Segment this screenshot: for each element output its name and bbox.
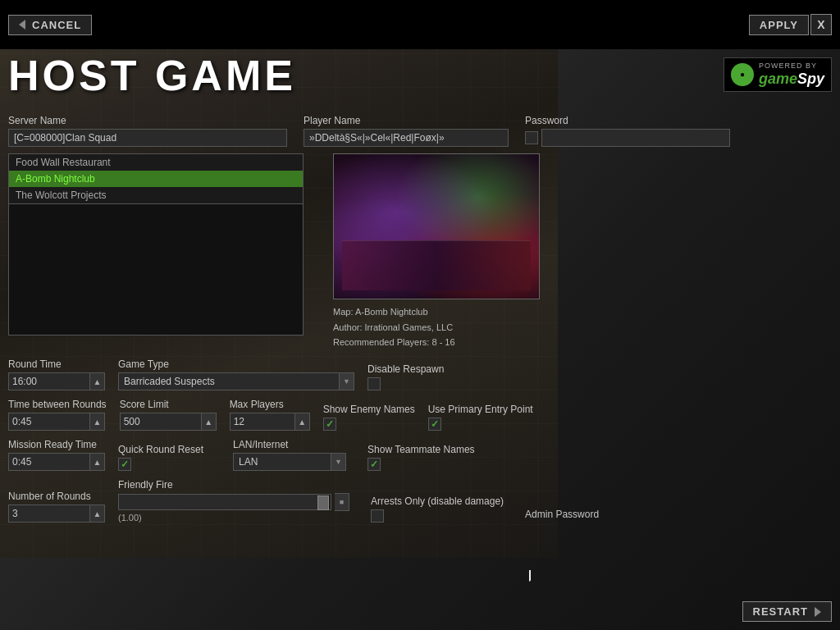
game-text: game xyxy=(759,71,797,87)
list-item[interactable]: Food Wall Restaurant xyxy=(9,154,303,171)
disable-respawn-checkbox[interactable] xyxy=(368,377,381,390)
password-label: Password xyxy=(525,115,730,126)
mission-ready-label: Mission Ready Time xyxy=(8,439,105,450)
settings-row-2: Time between Rounds ▲ Score Limit ▲ Max … xyxy=(8,399,832,431)
num-rounds-input[interactable] xyxy=(8,504,90,523)
quick-round-reset-group: Quick Round Reset xyxy=(118,444,203,471)
show-enemy-checkbox[interactable] xyxy=(323,418,336,431)
lan-internet-label: LAN/Internet xyxy=(233,439,346,450)
slider-end-btn[interactable]: ■ xyxy=(335,493,349,511)
game-type-group: Game Type Barricaded Suspects VIP Escort… xyxy=(118,358,354,390)
settings-row-4: Number of Rounds ▲ Friendly Fire ■ (1.00… xyxy=(8,479,832,523)
admin-password-label: Admin Password xyxy=(525,509,599,520)
server-name-group: Server Name xyxy=(8,115,287,147)
player-name-input[interactable] xyxy=(304,129,509,147)
restart-arrow-icon xyxy=(815,607,821,617)
arrests-only-checkbox[interactable] xyxy=(371,509,384,523)
friendly-fire-slider-track[interactable] xyxy=(118,494,331,510)
arrests-only-label: Arrests Only (disable damage) xyxy=(371,495,504,507)
gamespy-powered-label: POWERED BY xyxy=(759,62,824,71)
friendly-fire-label: Friendly Fire xyxy=(118,479,349,491)
quick-round-reset-checkbox[interactable] xyxy=(118,458,131,471)
friendly-fire-value: (1.00) xyxy=(118,513,349,523)
mission-ready-up-btn[interactable]: ▲ xyxy=(90,453,105,471)
num-rounds-group: Number of Rounds ▲ xyxy=(8,491,105,523)
max-players-group: Max Players ▲ xyxy=(230,399,310,431)
time-between-input[interactable] xyxy=(8,413,90,431)
lan-internet-group: LAN/Internet LAN Internet ▼ xyxy=(233,439,346,471)
score-limit-group: Score Limit ▲ xyxy=(120,399,217,431)
friendly-fire-slider-thumb[interactable] xyxy=(317,495,329,510)
mission-ready-stepper: ▲ xyxy=(8,453,105,471)
server-name-input[interactable] xyxy=(8,129,287,147)
use-primary-checkbox[interactable] xyxy=(428,418,441,431)
spy-text: Spy xyxy=(797,71,824,87)
disable-respawn-label: Disable Respawn xyxy=(368,363,444,375)
close-button[interactable]: X xyxy=(810,14,832,35)
friendly-fire-slider-container: ■ xyxy=(118,493,349,511)
max-players-input[interactable] xyxy=(230,413,295,431)
map-list-container: Food Wall Restaurant A-Bomb Nightclub Th… xyxy=(8,153,304,350)
time-between-group: Time between Rounds ▲ xyxy=(8,399,107,431)
player-name-group: Player Name xyxy=(304,115,509,147)
map-preview-section: Map: A-Bomb Nightclub Author: Irrational… xyxy=(333,153,540,350)
score-limit-input[interactable] xyxy=(120,413,202,431)
map-list: Food Wall Restaurant A-Bomb Nightclub Th… xyxy=(8,153,304,204)
map-list-filler xyxy=(8,204,304,336)
cancel-label: CANCEL xyxy=(32,19,81,31)
quick-round-reset-label: Quick Round Reset xyxy=(118,444,203,455)
map-label: Map: xyxy=(333,307,353,317)
time-between-up-btn[interactable]: ▲ xyxy=(90,413,105,431)
show-teammate-label: Show Teammate Names xyxy=(368,444,475,455)
score-limit-up-btn[interactable]: ▲ xyxy=(202,413,217,431)
map-info: Map: A-Bomb Nightclub Author: Irrational… xyxy=(333,304,540,350)
server-name-label: Server Name xyxy=(8,115,287,126)
lan-internet-select[interactable]: LAN Internet xyxy=(233,453,331,471)
round-time-group: Round Time ▲ xyxy=(8,358,105,390)
password-row xyxy=(525,129,730,147)
game-type-select[interactable]: Barricaded Suspects VIP Escort Rapid Dep… xyxy=(118,372,340,390)
round-time-input[interactable] xyxy=(8,372,90,390)
show-teammate-group: Show Teammate Names xyxy=(368,444,475,471)
list-item[interactable]: A-Bomb Nightclub xyxy=(9,171,303,187)
lan-internet-arrow-icon: ▼ xyxy=(331,453,346,471)
author-label: Author: xyxy=(333,322,362,332)
apply-button[interactable]: APPLY xyxy=(749,15,809,35)
player-name-label: Player Name xyxy=(304,115,509,126)
map-name-row: Map: A-Bomb Nightclub xyxy=(333,304,540,320)
use-primary-label: Use Primary Entry Point xyxy=(428,404,533,415)
lan-internet-dropdown: LAN Internet ▼ xyxy=(233,453,346,471)
disable-respawn-group: Disable Respawn xyxy=(368,363,444,390)
settings-row-1: Round Time ▲ Game Type Barricaded Suspec… xyxy=(8,358,832,390)
max-players-label: Max Players xyxy=(230,399,310,410)
round-time-up-btn[interactable]: ▲ xyxy=(90,372,105,390)
restart-label: RESTART xyxy=(753,605,808,618)
password-input[interactable] xyxy=(541,129,730,147)
arrests-only-checkbox-container xyxy=(371,509,504,523)
show-teammate-checkbox[interactable] xyxy=(368,458,381,471)
cancel-button[interactable]: CANCEL xyxy=(8,15,92,35)
page-title: Host Game xyxy=(8,51,296,100)
gamespy-logo-area: ● POWERED BY gameSpy xyxy=(724,57,832,92)
page-title-area: Host Game xyxy=(8,51,296,100)
game-type-arrow-icon: ▼ xyxy=(340,372,354,390)
restart-button[interactable]: RESTART xyxy=(742,601,832,622)
max-players-stepper: ▲ xyxy=(230,413,310,431)
password-checkbox[interactable] xyxy=(525,131,538,144)
use-primary-checkbox-container xyxy=(428,418,533,431)
use-primary-group: Use Primary Entry Point xyxy=(428,404,533,431)
max-players-up-btn[interactable]: ▲ xyxy=(295,413,310,431)
bottom-bar: RESTART xyxy=(742,601,832,622)
players-row: Recommended Players: 8 - 16 xyxy=(333,335,540,350)
show-enemy-group: Show Enemy Names xyxy=(323,404,415,431)
players-value: 8 - 16 xyxy=(431,337,454,347)
list-item[interactable]: The Wolcott Projects xyxy=(9,187,303,203)
mission-ready-input[interactable] xyxy=(8,453,90,471)
friendly-fire-group: Friendly Fire ■ (1.00) xyxy=(118,479,349,523)
main-content: Server Name Player Name Password Food Wa… xyxy=(8,115,832,531)
score-limit-label: Score Limit xyxy=(120,399,217,410)
map-section: Food Wall Restaurant A-Bomb Nightclub Th… xyxy=(8,153,832,350)
top-bar: CANCEL APPLY X xyxy=(0,0,840,49)
gamespy-logo: ● POWERED BY gameSpy xyxy=(724,57,832,92)
num-rounds-up-btn[interactable]: ▲ xyxy=(90,504,105,523)
